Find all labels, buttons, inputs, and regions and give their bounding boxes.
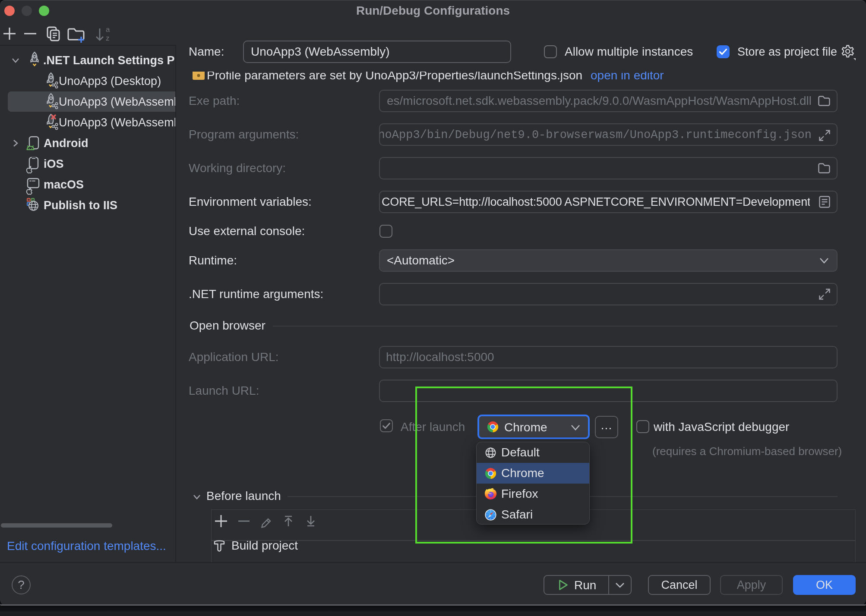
svg-text:z: z xyxy=(106,34,110,42)
svg-text:a: a xyxy=(106,25,110,34)
